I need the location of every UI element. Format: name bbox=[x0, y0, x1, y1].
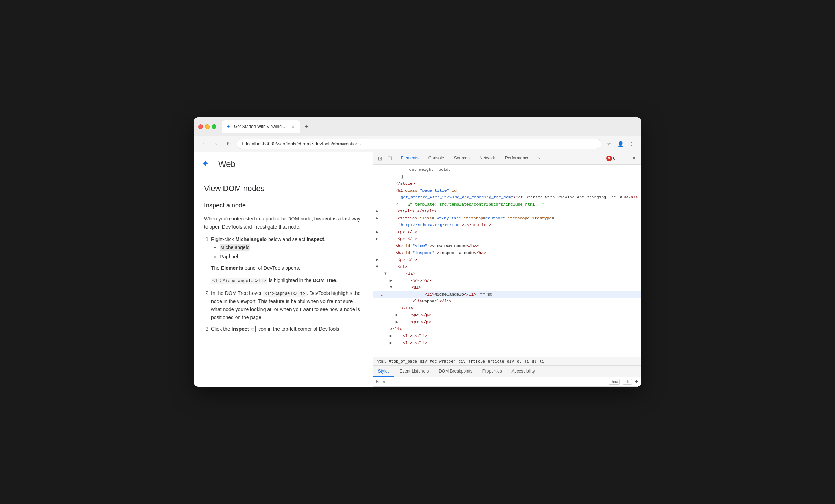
h1-class-attr: class bbox=[405, 188, 418, 193]
dom-line: ▶ <p>…</p> bbox=[373, 235, 641, 242]
webpage-body: View DOM nodes Inspect a node When you'r… bbox=[194, 175, 373, 344]
browser-menu-button[interactable]: ⋮ bbox=[627, 139, 637, 149]
h1-close-bracket: > bbox=[513, 195, 516, 200]
tab-console[interactable]: Console bbox=[424, 152, 449, 164]
cls-filter-badge[interactable]: .cls bbox=[623, 379, 632, 385]
breadcrumb-div3[interactable]: div bbox=[506, 359, 515, 364]
collapse-p3-arrow[interactable]: ▶ bbox=[376, 257, 378, 262]
section-tag: <section bbox=[398, 216, 420, 220]
intro-paragraph: When you're interested in a particular D… bbox=[204, 215, 363, 231]
dom-line: } bbox=[373, 173, 641, 180]
tab-sources[interactable]: Sources bbox=[449, 152, 475, 164]
account-button[interactable]: 👤 bbox=[615, 139, 625, 149]
h1-end-tag: </h1> bbox=[626, 195, 638, 200]
close-window-button[interactable] bbox=[198, 124, 203, 129]
more-tabs-button[interactable]: » bbox=[535, 152, 543, 164]
tab-dom-breakpoints[interactable]: DOM Breakpoints bbox=[434, 366, 477, 377]
p5-end: </p> bbox=[421, 313, 431, 317]
h3-end: </h3> bbox=[474, 251, 486, 255]
collapse-section-arrow[interactable]: ▶ bbox=[376, 216, 378, 220]
browser-tab[interactable]: ✦ Get Started With Viewing And × bbox=[222, 120, 300, 133]
p1-end: </p> bbox=[407, 230, 417, 234]
breadcrumb-ul[interactable]: ul bbox=[531, 359, 537, 364]
tab-styles[interactable]: Styles bbox=[373, 366, 395, 377]
new-tab-button[interactable]: + bbox=[302, 122, 311, 131]
collapse-p5-arrow[interactable]: ▶ bbox=[396, 313, 398, 317]
list-item: Michelangelo bbox=[220, 243, 363, 251]
styles-filter-input[interactable] bbox=[376, 379, 606, 384]
browser-window: ✦ Get Started With Viewing And × + ‹ › ↻… bbox=[194, 117, 641, 387]
selected-dom-line[interactable]: … <li>Michelangelo</li> == $0 bbox=[373, 291, 641, 298]
collapse-ol-arrow[interactable]: ▼ bbox=[376, 264, 378, 269]
devtools-menu-button[interactable]: ⋮ bbox=[620, 154, 628, 163]
section-end: </section> bbox=[467, 223, 491, 227]
dollar0-indicator: == $0 bbox=[480, 292, 492, 297]
collapse-li-arrow[interactable]: ▼ bbox=[384, 271, 387, 276]
steps-list: Right-click Michelangelo below and selec… bbox=[211, 235, 363, 333]
back-button[interactable]: ‹ bbox=[198, 139, 208, 149]
tab-properties[interactable]: Properties bbox=[477, 366, 507, 377]
h3-open: <h3 bbox=[396, 251, 405, 255]
li3-end: </li> bbox=[415, 341, 427, 345]
add-style-button[interactable]: + bbox=[635, 379, 638, 385]
h1-text: Get Started With Viewing And Changing Th… bbox=[516, 195, 626, 200]
reload-button[interactable]: ↻ bbox=[224, 139, 234, 149]
breadcrumb-ol[interactable]: ol bbox=[516, 359, 522, 364]
dom-line: ▶ <section class="wf-byline" itemprop="a… bbox=[373, 215, 641, 229]
tab-close-button[interactable]: × bbox=[290, 124, 296, 129]
tab-event-listeners[interactable]: Event Listeners bbox=[394, 366, 434, 377]
collapse-li3-arrow[interactable]: ▶ bbox=[390, 341, 392, 345]
collapse-p4-arrow[interactable]: ▶ bbox=[390, 278, 392, 283]
collapse-ul-arrow[interactable]: ▼ bbox=[390, 285, 392, 290]
li-michelangelo-tag: <li> bbox=[425, 292, 435, 297]
hov-filter-badge[interactable]: :hov bbox=[609, 379, 620, 385]
error-badge: ⊗ 6 bbox=[606, 156, 615, 161]
step-1-subitems: Michelangelo Raphael bbox=[220, 243, 363, 261]
tab-performance[interactable]: Performance bbox=[500, 152, 535, 164]
breadcrumb-li[interactable]: li bbox=[524, 359, 530, 364]
ul-open-tag: <ul> bbox=[411, 285, 421, 290]
dom-line: ▶ <p>…</p> bbox=[373, 256, 641, 263]
section-itemprop-attr: itemprop bbox=[464, 216, 483, 220]
bookmark-button[interactable]: ☆ bbox=[604, 139, 614, 149]
traffic-lights bbox=[198, 124, 216, 129]
collapse-p1-arrow[interactable]: ▶ bbox=[376, 230, 378, 234]
li2-end: </li> bbox=[415, 334, 427, 338]
section-close: > bbox=[462, 223, 464, 227]
h2-text: View DOM nodes bbox=[432, 243, 466, 248]
tab-elements[interactable]: Elements bbox=[396, 152, 424, 164]
breadcrumb-article2[interactable]: article bbox=[487, 359, 505, 364]
collapse-li2-arrow[interactable]: ▶ bbox=[390, 334, 392, 338]
p3-end: </p> bbox=[407, 257, 417, 262]
breadcrumb-article1[interactable]: article bbox=[468, 359, 485, 364]
breadcrumb-div1[interactable]: div bbox=[419, 359, 428, 364]
tab-accessibility[interactable]: Accessibility bbox=[507, 366, 540, 377]
breadcrumb-li2[interactable]: li bbox=[539, 359, 545, 364]
tab-title: Get Started With Viewing And bbox=[234, 124, 288, 129]
dom-line: ▶ <li>…</li> bbox=[373, 332, 641, 340]
collapse-style-arrow[interactable]: ▶ bbox=[376, 209, 378, 213]
wf-template-comment: <!-- wf_template: src/templates/contribu… bbox=[396, 202, 545, 207]
breadcrumb-div2[interactable]: div bbox=[458, 359, 466, 364]
maximize-window-button[interactable] bbox=[212, 124, 216, 129]
main-area: ✦ Web View DOM nodes Inspect a node When… bbox=[194, 152, 641, 387]
breadcrumb-gc-wrapper[interactable]: #gc-wrapper bbox=[429, 359, 457, 364]
dom-line: <!-- wf_template: src/templates/contribu… bbox=[373, 201, 641, 208]
collapse-p2-arrow[interactable]: ▶ bbox=[376, 236, 378, 241]
dom-line: </style> bbox=[373, 180, 641, 187]
address-input[interactable]: ℹ localhost:8080/web/tools/chrome-devtoo… bbox=[237, 139, 601, 149]
dom-line: <h2 id="view" >View DOM nodes</h2> bbox=[373, 242, 641, 250]
minimize-window-button[interactable] bbox=[205, 124, 210, 129]
tab-network[interactable]: Network bbox=[475, 152, 500, 164]
inspect-element-button[interactable]: ⊡ bbox=[376, 154, 385, 163]
breadcrumb-top-of-page[interactable]: #top_of_page bbox=[388, 359, 418, 364]
device-toolbar-button[interactable]: ☐ bbox=[386, 154, 394, 163]
h3-id-attr: id bbox=[405, 251, 410, 255]
forward-button[interactable]: › bbox=[211, 139, 221, 149]
breadcrumb-html[interactable]: html bbox=[376, 359, 387, 364]
dom-tree[interactable]: font-weight: bold; } </style> <h1 class=… bbox=[373, 165, 641, 357]
li-raphael-tag: <li> bbox=[413, 299, 422, 303]
dom-line: font-weight: bold; bbox=[373, 166, 641, 173]
collapse-p6-arrow[interactable]: ▶ bbox=[396, 320, 398, 324]
devtools-close-button[interactable]: × bbox=[630, 154, 638, 163]
